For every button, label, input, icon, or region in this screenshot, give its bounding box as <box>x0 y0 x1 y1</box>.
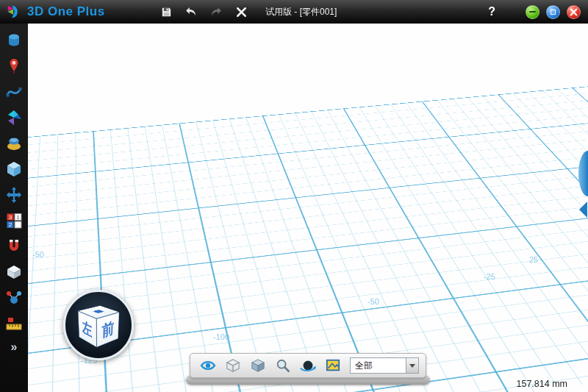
sketch-icon <box>5 57 23 75</box>
toolbar-expand-button[interactable]: » <box>11 341 18 354</box>
grid-axis-label: -50 <box>368 297 379 306</box>
filter-dropdown[interactable]: 全部 <box>350 357 419 374</box>
logo-area: 3D One Plus <box>0 4 158 20</box>
tool-primitives-button[interactable] <box>1 27 26 53</box>
edit-model-icon <box>5 109 23 126</box>
orbit-icon <box>299 357 317 374</box>
app-name: 3D One Plus <box>27 4 105 19</box>
filter-dropdown-value: 全部 <box>351 360 406 372</box>
tool-assembly-button[interactable] <box>1 285 26 310</box>
constraint-icon <box>5 238 23 255</box>
tool-move-button[interactable] <box>1 182 26 207</box>
delete-button[interactable] <box>233 4 249 20</box>
visibility-button[interactable] <box>197 355 219 376</box>
wireframe-view-button[interactable] <box>222 355 244 376</box>
shaded-view-button[interactable] <box>247 355 269 376</box>
svg-text:1: 1 <box>16 213 20 220</box>
primitives-icon <box>5 32 23 49</box>
view-cube-face-front[interactable]: 前 <box>96 312 119 347</box>
redo-button[interactable] <box>208 4 224 20</box>
wireframe-view-icon <box>225 358 241 373</box>
undo-button[interactable] <box>183 4 199 20</box>
zoom-icon <box>276 358 290 373</box>
help-button[interactable]: ? <box>488 5 495 18</box>
titlebar: 3D One Plus <box>0 0 588 24</box>
grid-axis-label: -100 <box>213 332 229 341</box>
measurement-readout: 157.814 mm <box>517 379 567 389</box>
minimize-button[interactable] <box>526 5 539 19</box>
tool-curve-button[interactable] <box>1 79 26 104</box>
save-icon <box>160 6 173 18</box>
app-logo-icon <box>6 4 22 20</box>
left-toolbar: 3 1 2 <box>0 24 28 392</box>
tool-special-features-button[interactable] <box>1 156 26 182</box>
view-cube[interactable]: 前 左 <box>63 290 134 360</box>
svg-text:2: 2 <box>9 221 12 228</box>
render-settings-icon <box>326 358 340 373</box>
view-cube-model: 前 左 <box>87 309 110 342</box>
special-features-icon <box>5 160 23 178</box>
app-window: 3D One Plus <box>0 0 588 392</box>
render-settings-button[interactable] <box>322 355 344 376</box>
undo-icon <box>184 6 198 18</box>
tool-sketch-button[interactable] <box>1 53 26 79</box>
visibility-icon <box>200 359 216 372</box>
titlebar-controls: ? <box>488 5 588 19</box>
close-button[interactable] <box>567 5 581 19</box>
redo-icon <box>209 6 223 18</box>
grid-axis-label: -50 <box>32 250 44 259</box>
deform-icon <box>5 135 23 152</box>
tool-deform-button[interactable] <box>1 130 26 156</box>
tool-material-button[interactable] <box>1 259 26 285</box>
tool-edit-model-button[interactable] <box>1 104 26 130</box>
assembly-icon <box>5 289 23 307</box>
viewport[interactable]: -50 -125 -100 -50 -25 25 前 左 <box>28 24 588 392</box>
material-icon <box>5 263 23 281</box>
zoom-button[interactable] <box>272 355 294 376</box>
grid-axis-label: 25 <box>529 255 538 264</box>
document-title: 试用版 - [零件001] <box>265 6 337 18</box>
curve-icon <box>5 83 23 101</box>
shaded-view-icon <box>250 358 266 373</box>
maximize-icon <box>551 10 556 15</box>
measure-icon <box>5 315 23 332</box>
tool-measure-button[interactable] <box>1 310 26 336</box>
pattern-icon: 3 1 2 <box>5 212 23 229</box>
titlebar-toolbar: 试用版 - [零件001] <box>158 4 337 20</box>
move-icon <box>5 186 23 204</box>
tool-pattern-button[interactable]: 3 1 2 <box>1 207 26 233</box>
maximize-button[interactable] <box>546 5 560 19</box>
orbit-button[interactable] <box>297 355 319 376</box>
right-panel-arrow-icon[interactable] <box>579 202 587 218</box>
delete-icon <box>236 7 247 18</box>
tool-constraint-button[interactable] <box>1 233 26 259</box>
minimize-icon <box>529 11 536 13</box>
view-toolbar: 全部 <box>190 353 426 378</box>
save-button[interactable] <box>158 4 174 20</box>
view-cube-scene: 前 左 <box>77 304 120 346</box>
chevron-down-icon[interactable] <box>406 358 418 373</box>
grid-axis-label: -25 <box>484 272 495 281</box>
svg-text:3: 3 <box>9 213 12 220</box>
close-icon <box>570 8 578 16</box>
view-cube-top-mark-icon <box>93 310 104 313</box>
